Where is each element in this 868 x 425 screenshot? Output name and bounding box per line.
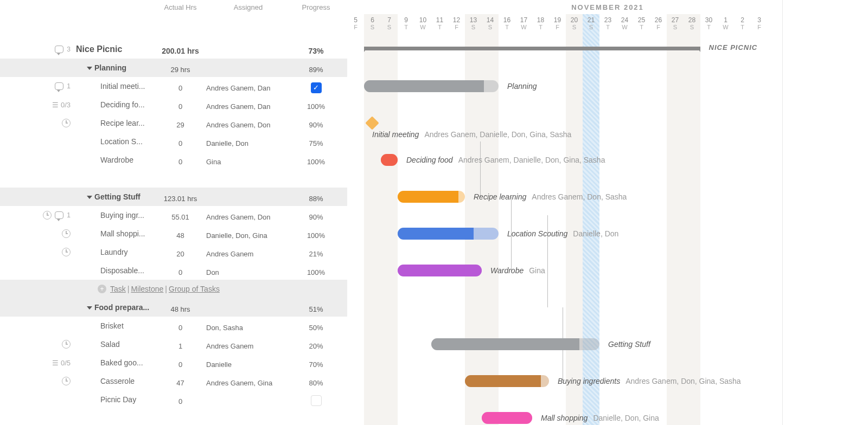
add-task-link[interactable]: Task (110, 285, 126, 293)
task-hours-cell[interactable]: 0 (155, 320, 206, 332)
task-hours-cell[interactable]: 0 (155, 394, 206, 405)
task-assigned-cell[interactable]: Danielle (206, 357, 290, 369)
task-hours-cell[interactable]: 1 (155, 339, 206, 350)
task-name-cell[interactable]: Location S... (76, 137, 155, 146)
task-progress-cell[interactable]: 100% (290, 154, 342, 166)
task-progress-cell[interactable]: 100% (290, 265, 342, 276)
group-name[interactable]: Planning (76, 63, 155, 72)
collapse-caret-icon[interactable] (87, 196, 92, 199)
task-assigned-cell[interactable]: Andres Ganem (206, 339, 290, 350)
clock-icon[interactable] (62, 119, 71, 127)
task-bar[interactable]: WardrobeGina (398, 265, 482, 276)
comment-icon[interactable] (55, 82, 63, 90)
task-assigned-cell[interactable]: Andres Ganem, Dan (206, 99, 290, 111)
task-progress-cell[interactable]: 100% (290, 99, 342, 111)
task-bar[interactable]: Mall shoppingDanielle, Don, Gina (482, 412, 532, 424)
task-hours-cell[interactable]: 20 (155, 247, 206, 258)
clock-icon[interactable] (62, 377, 71, 385)
task-name-cell[interactable]: Casserole (76, 377, 155, 385)
task-progress-cell[interactable]: 90% (290, 210, 342, 221)
task-progress-cell[interactable]: 50% (290, 320, 342, 332)
task-name-cell[interactable]: Mall shoppi... (76, 229, 155, 238)
task-progress-cell[interactable]: 75% (290, 136, 342, 147)
add-milestone-link[interactable]: Milestone (131, 285, 163, 293)
task-assigned-cell[interactable]: Andres Ganem, Don (206, 118, 290, 129)
task-name-cell[interactable]: Disposable... (76, 266, 155, 275)
task-name-cell[interactable]: Brisket (76, 321, 155, 330)
bar-assignees: Andres Ganem, Don, Gina, Sasha (626, 377, 741, 385)
group-name[interactable]: Getting Stuff (76, 192, 155, 201)
task-hours-cell[interactable]: 0 (155, 136, 206, 147)
task-progress-cell[interactable]: ✓ (290, 79, 342, 93)
task-hours-cell[interactable]: 0 (155, 357, 206, 369)
project-name[interactable]: Nice Picnic (76, 44, 155, 54)
task-name-cell[interactable]: Wardrobe (76, 156, 155, 164)
clock-icon[interactable] (62, 340, 71, 349)
task-assigned-cell[interactable]: Andres Ganem, Dan (206, 81, 290, 92)
task-bar[interactable]: Deciding foodAndres Ganem, Danielle, Don… (381, 154, 398, 166)
add-plus-icon[interactable]: + (98, 285, 106, 293)
task-progress-cell[interactable]: 100% (290, 228, 342, 240)
task-assigned-cell[interactable] (206, 398, 290, 401)
add-group-link[interactable]: Group of Tasks (169, 285, 220, 293)
group-bar[interactable]: Getting Stuff (431, 338, 599, 350)
comment-icon[interactable] (55, 46, 63, 53)
col-header-assigned[interactable]: Assigned (206, 0, 290, 40)
day-column: 6S (364, 14, 381, 40)
checklist-icon[interactable]: ☰ 0/3 (52, 101, 71, 109)
task-bar[interactable]: Recipe learningAndres Ganem, Don, Sasha (398, 191, 465, 203)
group-bar[interactable]: Planning (364, 80, 499, 92)
col-header-hours[interactable]: Actual Hrs (155, 0, 206, 40)
task-assigned-cell[interactable]: Andres Ganem, Don (206, 210, 290, 221)
group-progress: 88% (290, 191, 342, 203)
task-progress-cell[interactable]: 70% (290, 357, 342, 369)
task-name-cell[interactable]: Recipe lear... (76, 119, 155, 127)
group-name[interactable]: Food prepara... (76, 303, 155, 312)
task-assigned-cell[interactable]: Don, Sasha (206, 320, 290, 332)
bar-task-name: Planning (507, 82, 537, 91)
task-progress-cell[interactable]: 21% (290, 247, 342, 258)
clock-icon[interactable] (43, 211, 52, 220)
task-assigned-cell[interactable]: Danielle, Don, Gina (206, 228, 290, 240)
task-name-cell[interactable]: Deciding fo... (76, 100, 155, 109)
task-progress-cell[interactable]: 20% (290, 339, 342, 350)
task-hours-cell[interactable]: 29 (155, 118, 206, 129)
gantt-chart-area[interactable]: NICE PICNICPlanningInitial meetingAndres… (347, 40, 868, 425)
task-hours-cell[interactable]: 55.01 (155, 210, 206, 221)
collapse-caret-icon[interactable] (87, 67, 92, 70)
task-name-cell[interactable]: Initial meeti... (76, 82, 155, 91)
task-assigned-cell[interactable]: Gina (206, 154, 290, 166)
task-bar[interactable]: Buying ingredientsAndres Ganem, Don, Gin… (465, 375, 549, 387)
done-checkbox[interactable]: ✓ (311, 82, 322, 93)
task-hours-cell[interactable]: 0 (155, 81, 206, 92)
task-name-cell[interactable]: Picnic Day (76, 395, 155, 404)
empty-checkbox[interactable] (311, 395, 322, 406)
clock-icon[interactable] (62, 229, 71, 238)
milestone-marker[interactable]: Initial meetingAndres Ganem, Danielle, D… (365, 116, 379, 130)
task-name-cell[interactable]: Baked goo... (76, 358, 155, 367)
task-name-cell[interactable]: Salad (76, 340, 155, 349)
bar-task-name: Deciding food (406, 156, 453, 164)
project-summary-bar[interactable] (364, 47, 700, 50)
timeline-panel[interactable]: NOVEMBER 2021 5F6S7S9T10W11T12F13S14S16T… (347, 0, 868, 425)
task-hours-cell[interactable]: 0 (155, 154, 206, 166)
task-progress-cell[interactable]: 80% (290, 376, 342, 387)
task-assigned-cell[interactable]: Andres Ganem (206, 247, 290, 258)
task-assigned-cell[interactable]: Danielle, Don (206, 136, 290, 147)
task-hours-cell[interactable]: 48 (155, 228, 206, 240)
task-name-cell[interactable]: Buying ingr... (76, 211, 155, 220)
task-hours-cell[interactable]: 47 (155, 376, 206, 387)
task-progress-cell[interactable] (290, 392, 342, 408)
task-progress-cell[interactable]: 90% (290, 118, 342, 129)
task-assigned-cell[interactable]: Andres Ganem, Gina (206, 376, 290, 387)
comment-icon[interactable] (55, 211, 63, 219)
clock-icon[interactable] (62, 248, 71, 256)
checklist-icon[interactable]: ☰ 0/5 (52, 359, 71, 367)
task-name-cell[interactable]: Laundry (76, 248, 155, 256)
col-header-progress[interactable]: Progress (290, 0, 342, 40)
task-assigned-cell[interactable]: Don (206, 265, 290, 276)
collapse-caret-icon[interactable] (87, 306, 92, 310)
task-hours-cell[interactable]: 0 (155, 265, 206, 276)
task-bar[interactable]: Location ScoutingDanielle, Don (398, 228, 499, 240)
task-hours-cell[interactable]: 0 (155, 99, 206, 111)
